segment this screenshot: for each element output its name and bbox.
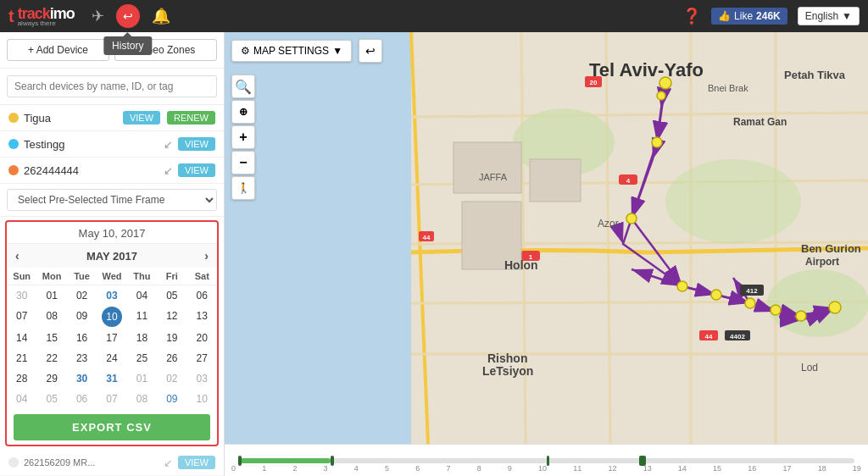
- timeline-num-10: 10: [538, 464, 547, 473]
- fb-like-label: Like: [734, 10, 753, 22]
- cal-day-may11[interactable]: 11: [127, 306, 157, 328]
- history-nav-btn[interactable]: ↩ History: [116, 4, 140, 28]
- cal-day-jun05[interactable]: 05: [36, 389, 66, 409]
- fb-thumb-icon: 👍: [718, 10, 731, 22]
- renew-btn-tigua[interactable]: RENEW: [167, 111, 215, 125]
- view-btn-testingg[interactable]: VIEW: [178, 137, 215, 151]
- cal-day-may02[interactable]: 02: [67, 285, 97, 306]
- share-icon-262444444[interactable]: ↙: [164, 164, 173, 177]
- cal-day-may30[interactable]: 30: [67, 368, 97, 389]
- svg-text:Tel Aviv-Yafo: Tel Aviv-Yafo: [589, 59, 704, 80]
- cal-day-may27[interactable]: 27: [187, 348, 217, 368]
- cal-day-jun02[interactable]: 02: [157, 368, 186, 389]
- search-box: [0, 69, 224, 105]
- cal-day-jun06[interactable]: 06: [67, 389, 97, 409]
- svg-text:20: 20: [590, 79, 598, 86]
- cal-day-jun07[interactable]: 07: [97, 389, 126, 409]
- map-settings-button[interactable]: ⚙ MAP SETTINGS ▼: [231, 40, 352, 62]
- map-zoom-in-button[interactable]: +: [231, 125, 255, 149]
- svg-text:44: 44: [423, 234, 431, 241]
- timeline-num-0: 0: [231, 464, 236, 473]
- cal-day-may16[interactable]: 16: [67, 328, 97, 348]
- cal-day-may21[interactable]: 21: [7, 348, 36, 368]
- cal-day-may29[interactable]: 29: [36, 368, 66, 389]
- map-back-button[interactable]: ↩: [359, 39, 382, 63]
- topnav-right: ❓ 👍 Like 246K English ▼: [682, 7, 860, 25]
- view-btn-tigua[interactable]: VIEW: [123, 111, 160, 125]
- svg-text:Ramat Gan: Ramat Gan: [733, 116, 787, 128]
- language-selector[interactable]: English ▼: [798, 7, 860, 25]
- cal-day-may20[interactable]: 20: [187, 328, 217, 348]
- svg-text:4402: 4402: [730, 333, 745, 340]
- cal-day-may10-today[interactable]: 10: [102, 307, 122, 327]
- cal-day-may24[interactable]: 24: [97, 348, 126, 368]
- map-left-controls: 🔍 ⊕ + − 🚶: [231, 75, 255, 200]
- history-tooltip: History: [103, 36, 152, 55]
- nav-icons: ✈ ↩ History 🔔: [92, 4, 170, 28]
- cal-day-may19[interactable]: 19: [157, 328, 186, 348]
- cal-day-may08[interactable]: 08: [36, 306, 66, 328]
- share-icon-testingg[interactable]: ↙: [164, 138, 173, 151]
- cal-day-may05[interactable]: 05: [157, 285, 186, 306]
- cal-day-jun08[interactable]: 08: [127, 389, 157, 409]
- svg-rect-21: [530, 159, 581, 202]
- svg-text:4: 4: [626, 177, 631, 185]
- facebook-like-button[interactable]: 👍 Like 246K: [711, 8, 787, 25]
- timeline-numbers: 0 1 2 3 4 5 6 7 8 9 10 11 12 13 14 15 16…: [225, 464, 868, 473]
- map-layers-button[interactable]: ⊕: [231, 100, 255, 124]
- svg-point-32: [657, 91, 665, 100]
- cal-day-jun03[interactable]: 03: [187, 368, 217, 389]
- svg-point-38: [771, 305, 781, 315]
- cal-day-jun01[interactable]: 01: [127, 368, 157, 389]
- view-btn-bottom[interactable]: VIEW: [178, 456, 215, 469]
- cal-day-may18[interactable]: 18: [127, 328, 157, 348]
- cal-day-may15[interactable]: 15: [36, 328, 66, 348]
- add-device-button[interactable]: + Add Device: [7, 39, 109, 61]
- timeline-track[interactable]: [238, 458, 854, 463]
- cal-day-jun04[interactable]: 04: [7, 389, 36, 409]
- cal-day-may12[interactable]: 12: [157, 306, 186, 328]
- map-person-button[interactable]: 🚶: [231, 176, 255, 200]
- cal-day-may07[interactable]: 07: [7, 306, 36, 328]
- cal-day-may06[interactable]: 06: [187, 285, 217, 306]
- calendar-prev-btn[interactable]: ‹: [15, 249, 19, 263]
- timeline-num-5: 5: [385, 464, 389, 473]
- cal-day-may26[interactable]: 26: [157, 348, 186, 368]
- cal-day-jun09[interactable]: 09: [157, 389, 186, 409]
- cal-day-may01[interactable]: 01: [36, 285, 66, 306]
- svg-point-17: [665, 159, 801, 244]
- svg-point-18: [767, 269, 868, 337]
- cal-day-may28[interactable]: 28: [7, 368, 36, 389]
- cal-day-may31[interactable]: 31: [97, 368, 126, 389]
- map-background[interactable]: 1 4: [225, 32, 868, 476]
- search-input[interactable]: [7, 75, 217, 97]
- cal-day-may04[interactable]: 04: [127, 285, 157, 306]
- view-btn-262444444[interactable]: VIEW: [178, 163, 215, 177]
- help-button[interactable]: ❓: [682, 7, 701, 25]
- cal-day-may14[interactable]: 14: [7, 328, 36, 348]
- cal-day-may17[interactable]: 17: [97, 328, 126, 348]
- cal-day-may23[interactable]: 23: [67, 348, 97, 368]
- cal-day-jun10[interactable]: 10: [187, 389, 217, 409]
- export-csv-button[interactable]: EXPORT CSV: [14, 414, 210, 440]
- history-icon: ↩: [123, 9, 133, 23]
- cal-day-may03[interactable]: 03: [97, 285, 126, 306]
- cal-day-may09[interactable]: 09: [67, 306, 97, 328]
- timeframe-dropdown[interactable]: Select Pre-Selected Time Frame Today Yes…: [7, 189, 217, 211]
- map-search-button[interactable]: 🔍: [231, 75, 255, 98]
- alerts-nav-icon[interactable]: 🔔: [152, 7, 170, 25]
- map-nav-icon[interactable]: ✈: [92, 7, 104, 25]
- share-icon-bottom[interactable]: ↙: [164, 457, 173, 469]
- cal-header-sun: Sun: [7, 268, 36, 285]
- calendar-next-btn[interactable]: ›: [204, 249, 209, 263]
- cal-day-may22[interactable]: 22: [36, 348, 66, 368]
- map-zoom-out-button[interactable]: −: [231, 151, 255, 174]
- svg-text:JAFFA: JAFFA: [479, 172, 508, 182]
- cal-header-sat: Sat: [187, 268, 217, 285]
- cal-day-may13[interactable]: 13: [187, 306, 217, 328]
- device-name-tigua: Tigua: [24, 112, 118, 125]
- svg-text:Lod: Lod: [801, 362, 818, 374]
- cal-day-may25[interactable]: 25: [127, 348, 157, 368]
- timeline-num-16: 16: [748, 464, 756, 473]
- cal-day-apr30[interactable]: 30: [7, 285, 36, 306]
